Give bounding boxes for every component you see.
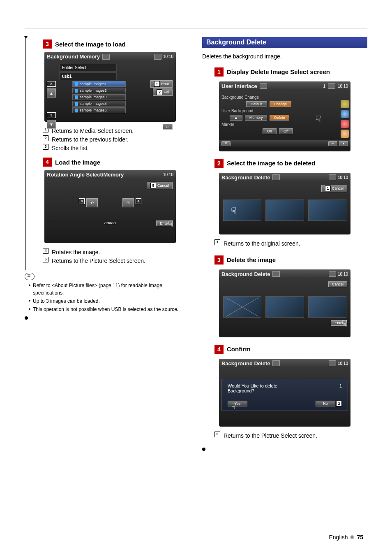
callout-2: 2 (157, 89, 162, 95)
screen-title: Background Delete (221, 360, 270, 367)
nav-right-icon[interactable] (154, 54, 161, 60)
folder-icon: ▇ (75, 102, 78, 106)
step-title: Display Delete Image Select screen (227, 68, 330, 75)
footer-dot-icon (350, 535, 354, 539)
return-icon[interactable]: ↩ (163, 124, 173, 130)
side-shortcut-icon[interactable] (341, 120, 349, 128)
file-item[interactable]: ▇sample images2 (72, 88, 126, 93)
clock: 10:10 (338, 361, 348, 366)
ref-num: 2 (214, 432, 220, 437)
ref-text: Returns to the Picture Select screen. (52, 257, 145, 265)
folder-icon: ▇ (75, 82, 78, 86)
callout-1: 1 (325, 186, 331, 191)
nav-left-icon[interactable] (102, 54, 110, 60)
file-item[interactable]: ▇sample images5 (72, 107, 126, 113)
file-item[interactable]: ▇sample images1 (72, 81, 126, 87)
down-arrow-button[interactable]: ▼ (47, 120, 56, 129)
step-title: Load the image (55, 159, 100, 166)
dialog-page: 1 (339, 383, 342, 388)
screen-title: User Interface (221, 83, 257, 89)
folder-button[interactable]: 2Fol (153, 88, 173, 96)
ref-text: Scrolls the list. (52, 144, 89, 153)
root-button[interactable]: 1Root (150, 80, 173, 88)
step-4-heading: 4 Confirm (214, 345, 367, 354)
folder-select-label: Folder Select (59, 64, 117, 72)
side-shortcut-icon[interactable] (341, 130, 349, 138)
ref-num: 4 (43, 248, 48, 254)
filename-label: aaaaa (47, 220, 173, 226)
cancel-button[interactable]: 5Cancel (147, 182, 173, 189)
thumbnail[interactable] (308, 200, 346, 221)
ref-text: Returns to the previous folder. (52, 135, 129, 144)
thumbnail[interactable] (265, 296, 304, 318)
step-title: Select the image to load (55, 41, 126, 48)
callout-1: 1 (154, 81, 160, 87)
file-item[interactable]: ▇sample images4 (72, 101, 126, 107)
page-up-button[interactable]: ▲ (339, 141, 348, 146)
step-number: 3 (43, 39, 52, 49)
no-button[interactable]: No (316, 401, 335, 406)
up-arrow-button[interactable]: ▲ (47, 88, 56, 97)
thumbnail[interactable] (308, 296, 346, 318)
callout-2: 2 (336, 401, 342, 406)
rotate-ccw-button[interactable]: ↶ (86, 198, 98, 207)
background-memory-screen: Background Memory 10:10 Folder Select us… (44, 52, 176, 122)
memory-button[interactable]: Memory (245, 115, 267, 121)
nav-right-icon[interactable] (329, 174, 336, 180)
notes-list: Refer to <About Picture files> (page 11)… (25, 282, 190, 314)
section-subtitle: Deletes the background image. (202, 53, 367, 61)
thumb-button[interactable]: ▲ (230, 115, 242, 121)
clock: 10:10 (338, 84, 348, 88)
change-button[interactable]: Change (270, 101, 292, 107)
dialog-text: Background? (228, 388, 342, 393)
ref-num: 3 (43, 144, 48, 150)
default-button[interactable]: Default (246, 101, 267, 107)
return-button[interactable]: ↩ (328, 141, 337, 146)
bg-delete-select-screen: Background Delete 10:10 1Cancel ☟ (219, 173, 350, 234)
step-number: 2 (214, 159, 224, 168)
note-icon (25, 273, 35, 280)
ref-num: 5 (43, 257, 48, 262)
step-number: 1 (214, 67, 224, 77)
ref-text: Rotates the image. (52, 248, 100, 257)
page-footer: English 75 (329, 534, 364, 541)
hand-pointer-icon: ☟ (342, 318, 347, 329)
ref-text: Returns to the original screen. (224, 239, 300, 248)
nav-right-icon[interactable] (329, 360, 336, 366)
page-indicator: 1 (323, 84, 325, 88)
step-title: Delete the image (227, 256, 276, 263)
nav-left-icon[interactable] (272, 360, 280, 366)
folder-icon: ▇ (75, 108, 78, 112)
thumbnail-deleted[interactable] (223, 296, 261, 318)
dialog-text: Would You Like to delete (228, 383, 277, 388)
nav-right-icon[interactable] (329, 271, 336, 277)
side-shortcut-icon[interactable] (341, 100, 349, 108)
nav-left-icon[interactable] (260, 83, 267, 89)
side-shortcut-icon[interactable] (341, 110, 349, 118)
nav-right-icon[interactable] (328, 83, 335, 89)
delete-button[interactable]: Delete (270, 115, 289, 121)
folder-icon: ▇ (75, 88, 78, 93)
callout-4a: 4 (79, 198, 85, 204)
confirm-dialog: Would You Like to delete 1 Background? Y… (221, 379, 348, 411)
nav-left-icon[interactable] (272, 271, 280, 277)
note-item: This operation is not possible when USB … (29, 306, 190, 313)
screen-title: Rotation Angle Select/Memory (47, 172, 124, 178)
thumbnail[interactable]: ☟ (223, 200, 261, 221)
section-end-dot (25, 316, 28, 320)
step-1-heading: 1 Display Delete Image Select screen (214, 67, 367, 77)
rotate-cw-button[interactable]: ↷ (122, 198, 134, 207)
on-button[interactable]: On (263, 128, 277, 134)
nav-left-icon[interactable] (272, 174, 280, 180)
cancel-button[interactable]: Cancel (328, 281, 347, 287)
page-down-button[interactable]: ▼ (221, 141, 231, 146)
reference-list: 4Rotates the image. 5Returns to the Pict… (43, 248, 190, 265)
hand-pointer-icon: ☟ (168, 219, 173, 230)
section-end-dot (202, 448, 205, 451)
cancel-button[interactable]: 1Cancel (321, 185, 347, 192)
thumbnail[interactable] (265, 200, 304, 221)
file-item[interactable]: ▇sample images3 (72, 94, 126, 100)
off-button[interactable]: Off (279, 128, 293, 134)
yes-button[interactable]: Yes☟ (228, 401, 247, 406)
ref-num: 1 (214, 239, 220, 245)
